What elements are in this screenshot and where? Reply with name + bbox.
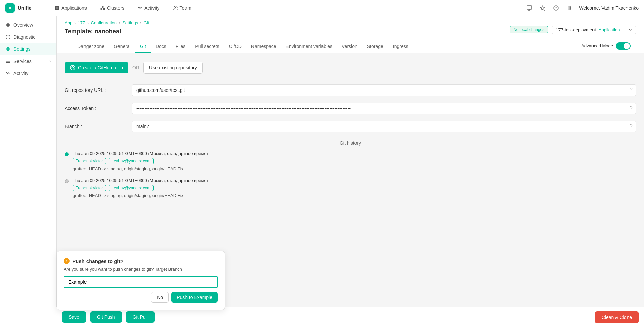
nav-applications[interactable]: Applications <box>52 4 90 12</box>
bottom-spacer <box>65 205 636 232</box>
branch-help-icon[interactable]: ? <box>630 123 633 130</box>
git-url-field: Git repository URL : ? <box>65 84 636 96</box>
or-text: OR <box>132 65 139 70</box>
tab-general[interactable]: General <box>109 40 135 53</box>
tabs: Danger zone General Git Docs Files Pull … <box>65 40 581 53</box>
breadcrumb-sep-1: › <box>74 20 76 25</box>
pin-icon[interactable] <box>539 4 547 12</box>
grid-icon <box>55 6 59 10</box>
branch-input-wrap: ? <box>132 121 636 132</box>
push-to-example-button[interactable]: Push to Example <box>171 292 218 303</box>
tabs-row: Danger zone General Git Docs Files Pull … <box>65 39 636 53</box>
sidebar-item-overview[interactable]: Overview <box>0 19 56 31</box>
advanced-mode-toggle[interactable]: Advanced Mode <box>581 42 636 50</box>
git-tag-0-1: Levhav@yandex.com <box>109 158 154 164</box>
tab-docs[interactable]: Docs <box>151 40 171 53</box>
sidebar-item-settings[interactable]: Settings <box>0 43 56 55</box>
clean-clone-button[interactable]: Clean & Clone <box>595 311 639 323</box>
sidebar-item-services[interactable]: Services › <box>0 55 56 67</box>
deployment-name: 177-test-deployment <box>556 27 596 32</box>
tab-storage[interactable]: Storage <box>362 40 388 53</box>
use-existing-repo-button[interactable]: Use existing repository <box>143 62 203 74</box>
page-header: App › 177 › Configuration › Settings › G… <box>57 16 644 53</box>
gear-icon[interactable] <box>566 4 574 12</box>
nav-clusters[interactable]: Clusters <box>98 4 127 12</box>
breadcrumb-git: Git <box>144 20 149 25</box>
brand-logo <box>5 3 15 13</box>
tab-pull-secrets[interactable]: Pull secrets <box>190 40 224 53</box>
settings-icon-sidebar <box>5 46 11 52</box>
access-token-label: Access Token : <box>65 106 132 111</box>
git-url-input[interactable] <box>132 84 636 96</box>
tab-files[interactable]: Files <box>171 40 191 53</box>
breadcrumb-177[interactable]: 177 <box>78 20 85 25</box>
svg-point-5 <box>101 8 102 10</box>
sidebar: Overview Diagnostic Settings Services › <box>0 16 57 326</box>
breadcrumb-app[interactable]: App <box>65 20 72 25</box>
git-pull-button[interactable]: Git Pull <box>126 311 155 323</box>
activity-sidebar-icon <box>5 71 11 76</box>
deployment-select[interactable]: 177-test-deployment Application → <box>552 26 636 34</box>
tab-namespace[interactable]: Namespace <box>246 40 281 53</box>
advanced-mode-label: Advanced Mode <box>581 43 613 48</box>
access-token-help-icon[interactable]: ? <box>630 105 633 111</box>
svg-rect-2 <box>55 8 57 10</box>
breadcrumb-sep-2: › <box>87 20 89 25</box>
monitor-icon[interactable] <box>525 4 533 12</box>
push-no-button[interactable]: No <box>151 292 169 303</box>
svg-rect-18 <box>8 23 10 25</box>
tab-git[interactable]: Git <box>135 40 151 53</box>
sidebar-activity-label: Activity <box>13 71 28 76</box>
access-token-field: Access Token : ? <box>65 103 636 114</box>
git-push-button[interactable]: Git Push <box>90 311 122 323</box>
diagnostic-icon <box>5 34 11 40</box>
repo-buttons: Create a GitHub repo OR Use existing rep… <box>65 62 636 74</box>
access-token-input[interactable] <box>132 103 636 114</box>
nav-team[interactable]: Team <box>170 4 194 12</box>
git-url-help-icon[interactable]: ? <box>630 87 633 93</box>
git-dot-active-0 <box>65 152 69 156</box>
git-timestamp-0: Thu Jan 09 2025 10:35:51 GMT+0300 (Москв… <box>73 151 636 156</box>
help-circle-icon[interactable]: ? <box>552 4 560 12</box>
tab-ingress[interactable]: Ingress <box>388 40 413 53</box>
advanced-mode-switch[interactable] <box>616 42 631 50</box>
breadcrumb-settings[interactable]: Settings <box>122 20 138 25</box>
welcome-text: Welcome, Vadim Tkachenko <box>579 5 639 11</box>
header-right: No local changes 177-test-deployment App… <box>510 26 636 34</box>
toggle-knob <box>624 43 630 49</box>
nav-activity-label: Activity <box>144 5 159 11</box>
svg-rect-1 <box>57 6 59 8</box>
nav-activity[interactable]: Activity <box>135 4 162 12</box>
svg-line-7 <box>101 8 103 8</box>
cluster-icon <box>100 6 105 10</box>
svg-point-23 <box>8 38 8 38</box>
existing-repo-label: Use existing repository <box>149 65 197 70</box>
git-message-1: grafted, HEAD -> staging, origin/staging… <box>73 193 636 198</box>
page-header-row: App › 177 › Configuration › Settings › G… <box>65 20 636 39</box>
save-button[interactable]: Save <box>62 311 86 323</box>
breadcrumb-config[interactable]: Configuration <box>91 20 117 25</box>
svg-text:?: ? <box>555 6 557 10</box>
tab-danger-zone[interactable]: Danger zone <box>73 40 109 53</box>
tab-version[interactable]: Version <box>337 40 362 53</box>
branch-field: Branch : ? <box>65 121 636 132</box>
sidebar-item-activity[interactable]: Activity <box>0 67 56 79</box>
tab-cicd[interactable]: CI/CD <box>224 40 246 53</box>
activity-icon <box>138 6 142 10</box>
svg-rect-0 <box>55 6 57 8</box>
warning-icon: ! <box>64 258 70 264</box>
git-entry-content-0: Thu Jan 09 2025 10:35:51 GMT+0300 (Москв… <box>73 151 636 171</box>
svg-rect-26 <box>6 62 10 63</box>
create-github-repo-button[interactable]: Create a GitHub repo <box>65 62 128 73</box>
git-url-input-wrap: ? <box>132 84 636 96</box>
svg-point-4 <box>102 6 103 8</box>
status-badge: No local changes <box>510 26 548 33</box>
push-branch-input[interactable] <box>64 276 218 288</box>
branch-input[interactable] <box>132 121 636 132</box>
sidebar-item-diagnostic[interactable]: Diagnostic <box>0 31 56 43</box>
svg-point-16 <box>569 7 571 9</box>
push-dialog-desc: Are you sure you want to push changes to… <box>64 267 218 272</box>
brand: Unifie <box>5 3 32 13</box>
tab-env-vars[interactable]: Environment variables <box>281 40 337 53</box>
push-dialog: ! Push changes to git? Are you sure you … <box>57 251 225 310</box>
